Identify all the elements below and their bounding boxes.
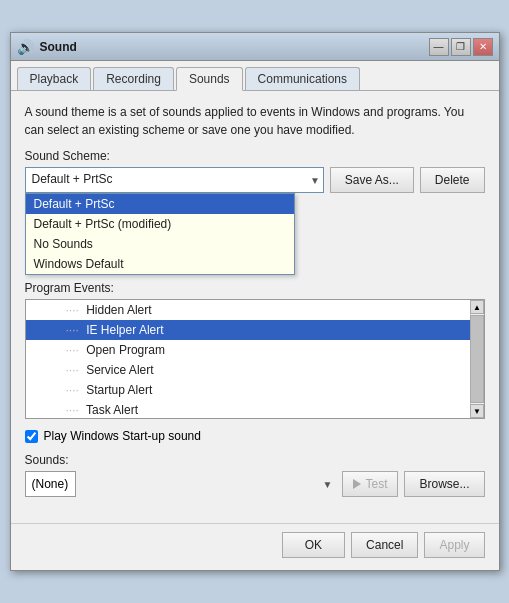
scheme-option-1[interactable]: Default + PrtSc (modified) <box>26 214 294 234</box>
bottom-buttons: OK Cancel Apply <box>11 523 499 570</box>
sounds-dropdown-container: (None) ▼ <box>25 471 337 497</box>
restore-button[interactable]: ❐ <box>451 38 471 56</box>
scrollbar-thumb[interactable] <box>470 315 484 403</box>
scrollbar-up-button[interactable]: ▲ <box>470 300 484 314</box>
test-button[interactable]: Test <box>342 471 398 497</box>
save-as-button[interactable]: Save As... <box>330 167 414 193</box>
description-text: A sound theme is a set of sounds applied… <box>25 103 485 139</box>
list-item-4[interactable]: ···· Startup Alert <box>26 380 470 400</box>
list-item-label-2: Open Program <box>86 343 165 357</box>
list-item-3[interactable]: ···· Service Alert <box>26 360 470 380</box>
list-item-1[interactable]: ···· IE Helper Alert <box>26 320 470 340</box>
title-bar: 🔊 Sound — ❐ ✕ <box>11 33 499 61</box>
dots-2: ···· <box>66 343 79 357</box>
list-item-label-4: Startup Alert <box>86 383 152 397</box>
startup-sound-row: Play Windows Start-up sound <box>25 429 485 443</box>
sound-dialog: 🔊 Sound — ❐ ✕ Playback Recording Sounds … <box>10 32 500 571</box>
window-title: Sound <box>40 40 77 54</box>
list-item-label-5: Task Alert <box>86 403 138 417</box>
list-item-5[interactable]: ···· Task Alert <box>26 400 470 419</box>
program-events-list[interactable]: ···· Hidden Alert ···· IE Helper Alert ·… <box>25 299 485 419</box>
scheme-dropdown-list: Default + PrtSc Default + PrtSc (modifie… <box>25 193 295 275</box>
sounds-dropdown-arrow: ▼ <box>323 479 333 490</box>
sounds-dropdown[interactable]: (None) <box>25 471 76 497</box>
scrollbar-down-button[interactable]: ▼ <box>470 404 484 418</box>
dots-5: ···· <box>66 403 79 417</box>
program-events-label: Program Events: <box>25 281 485 295</box>
list-item-label-0: Hidden Alert <box>86 303 151 317</box>
dots-4: ···· <box>66 383 79 397</box>
scheme-row: Default + PrtSc ▼ Default + PrtSc Defaul… <box>25 167 485 193</box>
tabs-bar: Playback Recording Sounds Communications <box>11 61 499 91</box>
tab-playback[interactable]: Playback <box>17 67 92 90</box>
tab-sounds[interactable]: Sounds <box>176 67 243 91</box>
list-item-0[interactable]: ···· Hidden Alert <box>26 300 470 320</box>
apply-button[interactable]: Apply <box>424 532 484 558</box>
startup-sound-checkbox[interactable] <box>25 430 38 443</box>
delete-button[interactable]: Delete <box>420 167 485 193</box>
browse-button[interactable]: Browse... <box>404 471 484 497</box>
scheme-option-0[interactable]: Default + PrtSc <box>26 194 294 214</box>
dots-1: ···· <box>66 323 79 337</box>
tab-recording[interactable]: Recording <box>93 67 174 90</box>
minimize-button[interactable]: — <box>429 38 449 56</box>
dots-0: ···· <box>66 303 79 317</box>
sounds-label: Sounds: <box>25 453 485 467</box>
listbox-scrollbar[interactable]: ▲ ▼ <box>470 300 484 418</box>
title-bar-left: 🔊 Sound <box>17 39 77 55</box>
scheme-value: Default + PrtSc <box>32 172 113 186</box>
list-item-label-1: IE Helper Alert <box>86 323 163 337</box>
cancel-button[interactable]: Cancel <box>351 532 418 558</box>
startup-sound-label: Play Windows Start-up sound <box>44 429 201 443</box>
title-bar-controls: — ❐ ✕ <box>429 38 493 56</box>
play-icon <box>353 479 361 489</box>
close-button[interactable]: ✕ <box>473 38 493 56</box>
window-icon: 🔊 <box>17 39 34 55</box>
dots-3: ···· <box>66 363 79 377</box>
list-item-2[interactable]: ···· Open Program <box>26 340 470 360</box>
tab-communications[interactable]: Communications <box>245 67 360 90</box>
scheme-option-3[interactable]: Windows Default <box>26 254 294 274</box>
scheme-dropdown[interactable]: Default + PrtSc <box>25 167 324 193</box>
ok-button[interactable]: OK <box>282 532 345 558</box>
list-item-label-3: Service Alert <box>86 363 153 377</box>
scheme-label: Sound Scheme: <box>25 149 485 163</box>
sounds-row: (None) ▼ Test Browse... <box>25 471 485 497</box>
scheme-dropdown-container: Default + PrtSc ▼ Default + PrtSc Defaul… <box>25 167 324 193</box>
content-area: A sound theme is a set of sounds applied… <box>11 91 499 523</box>
scheme-option-2[interactable]: No Sounds <box>26 234 294 254</box>
test-label: Test <box>365 477 387 491</box>
